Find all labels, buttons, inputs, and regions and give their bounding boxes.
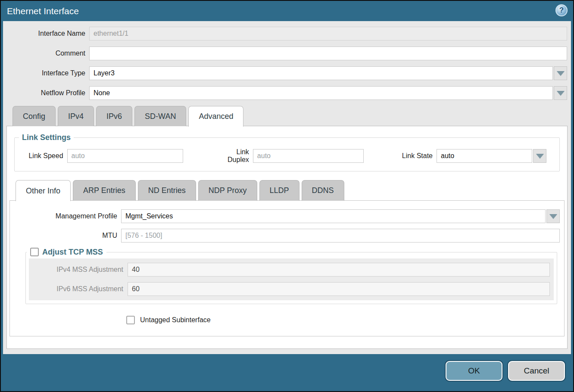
interface-type-row: Interface Type Layer3 [3,66,567,80]
adjust-tcp-mss-label: Adjust TCP MSS [42,247,103,257]
adjust-tcp-mss-checkbox[interactable] [30,248,39,256]
other-info-tab-bar: Other Info ARP Entries ND Entries NDP Pr… [16,180,565,201]
ipv6-mss-label: IPv6 MSS Adjustment [33,285,128,293]
mss-fields-block: IPv4 MSS Adjustment IPv6 MSS Adjustment [29,258,554,300]
interface-name-row: Interface Name [3,27,567,40]
dialog-title: Ethernet Interface [7,6,79,16]
untagged-subinterface-row: Untagged Subinterface [126,316,560,324]
adjust-tcp-mss-fieldset: Adjust TCP MSS IPv4 MSS Adjustment IPv6 … [25,252,557,304]
tab-lldp[interactable]: LLDP [259,180,299,201]
ipv4-mss-label: IPv4 MSS Adjustment [33,266,128,274]
untagged-subinterface-checkbox[interactable] [126,316,135,324]
netflow-profile-dropdown[interactable]: None [89,86,567,100]
link-state-dropdown[interactable]: auto [437,149,546,163]
mtu-label: MTU [13,232,121,240]
comment-field[interactable] [89,47,567,60]
netflow-profile-value[interactable]: None [89,86,553,100]
other-info-panel: Management Profile Mgmt_Services MTU [9,200,565,336]
tab-ddns[interactable]: DDNS [302,180,344,201]
tab-advanced[interactable]: Advanced [188,106,243,127]
tab-other-info[interactable]: Other Info [16,180,71,201]
interface-name-label: Interface Name [3,30,89,37]
mtu-field[interactable] [121,229,560,243]
mtu-row: MTU [13,229,560,243]
ok-button[interactable]: OK [446,361,502,381]
cancel-button[interactable]: Cancel [508,361,565,381]
help-icon[interactable]: ? [555,4,568,16]
chevron-down-icon[interactable] [546,209,560,223]
interface-type-value[interactable]: Layer3 [89,66,553,80]
interface-type-label: Interface Type [3,69,89,77]
tab-nd-entries[interactable]: ND Entries [138,180,196,201]
management-profile-dropdown[interactable]: Mgmt_Services [121,209,560,223]
ipv4-mss-row: IPv4 MSS Adjustment [33,263,550,277]
tab-sd-wan[interactable]: SD-WAN [134,106,186,126]
interface-type-dropdown[interactable]: Layer3 [89,66,567,80]
dialog-content: Interface Name Comment Interface Type La… [3,21,571,354]
chevron-down-icon[interactable] [554,66,567,80]
tab-arp-entries[interactable]: ARP Entries [73,180,136,201]
link-speed-label: Link Speed [21,152,67,160]
management-profile-row: Management Profile Mgmt_Services [13,209,560,223]
main-tab-bar: Config IPv4 IPv6 SD-WAN Advanced [12,106,571,126]
advanced-tab-panel: Link Settings Link Speed Link Duplex Lin… [6,126,568,349]
link-state-label: Link State [395,152,437,160]
dialog-footer: OK Cancel [3,354,571,391]
link-settings-fieldset: Link Settings Link Speed Link Duplex Lin… [14,137,560,171]
chevron-down-icon[interactable] [533,149,546,163]
netflow-profile-row: Netflow Profile None [3,86,567,100]
link-state-value[interactable]: auto [437,149,532,163]
netflow-profile-label: Netflow Profile [3,89,89,97]
interface-name-field [89,27,567,40]
comment-row: Comment [3,47,567,60]
management-profile-label: Management Profile [13,212,121,220]
chevron-down-icon[interactable] [554,86,567,100]
ethernet-interface-dialog: Ethernet Interface ? Interface Name Comm… [0,0,574,392]
ipv4-mss-field [128,263,550,277]
link-speed-field[interactable] [67,149,183,163]
untagged-subinterface-label: Untagged Subinterface [140,316,211,324]
tab-config[interactable]: Config [12,106,56,126]
ipv6-mss-field [128,282,550,296]
title-bar: Ethernet Interface ? [3,1,571,21]
comment-label: Comment [3,50,89,57]
management-profile-value[interactable]: Mgmt_Services [121,209,546,223]
ipv6-mss-row: IPv6 MSS Adjustment [33,282,550,296]
link-duplex-field[interactable] [253,149,364,163]
link-duplex-label: Link Duplex [215,148,253,164]
adjust-tcp-mss-legend: Adjust TCP MSS [27,247,106,257]
link-settings-legend: Link Settings [19,133,74,142]
tab-ipv6[interactable]: IPv6 [96,106,132,126]
tab-ndp-proxy[interactable]: NDP Proxy [198,180,257,201]
tab-ipv4[interactable]: IPv4 [58,106,94,126]
